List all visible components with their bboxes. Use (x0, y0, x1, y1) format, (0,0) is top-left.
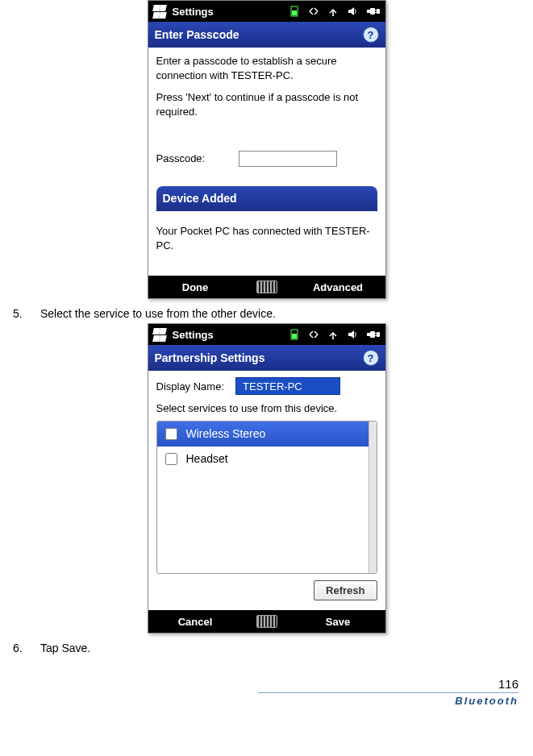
notification-text: Your Pocket PC has connected with TESTER… (156, 225, 370, 251)
status-icons (289, 329, 381, 340)
svg-rect-2 (332, 15, 334, 16)
scrollbar[interactable] (369, 422, 377, 573)
softkey-bar: Cancel Save (148, 610, 385, 633)
keyboard-icon (256, 615, 277, 628)
step-number: 6. (13, 642, 40, 654)
services-subtitle: Select services to use from this device. (156, 401, 377, 416)
status-title: Settings (173, 6, 214, 18)
footer-divider (258, 692, 518, 693)
step-5: 5. Select the service to use from the ot… (13, 307, 533, 320)
title-bar: Enter Passcode ? (148, 22, 385, 48)
sync-icon (308, 6, 319, 17)
display-name-label: Display Name: (156, 380, 225, 394)
notification-title: Device Added (163, 192, 237, 205)
svg-rect-5 (375, 10, 377, 10)
title-text: Partnership Settings (155, 351, 265, 364)
plug-icon (366, 6, 381, 17)
signal-icon (327, 329, 339, 340)
battery-icon (289, 329, 300, 340)
step-text: Tap Save. (40, 642, 533, 654)
service-item-headset[interactable]: Headset (157, 447, 369, 471)
service-checkbox[interactable] (165, 453, 177, 465)
softkey-done[interactable]: Done (148, 281, 243, 293)
service-checkbox[interactable] (165, 428, 177, 440)
softkey-cancel[interactable]: Cancel (148, 616, 243, 628)
svg-rect-1 (292, 10, 297, 15)
keyboard-button[interactable] (243, 615, 291, 628)
page-number: 116 (0, 677, 518, 691)
svg-rect-3 (367, 10, 370, 13)
status-bar: Settings (148, 324, 385, 345)
notification-title-bar: Device Added (156, 186, 377, 211)
svg-rect-15 (377, 332, 380, 337)
step-text: Select the service to use from the other… (40, 307, 533, 320)
display-name-row: Display Name: (156, 377, 377, 395)
body-text-2: Press 'Next' to continue if a passcode i… (156, 90, 377, 118)
services-list: Wireless Stereo Headset (156, 421, 377, 574)
svg-rect-6 (375, 12, 377, 13)
svg-rect-9 (292, 334, 297, 339)
body-text-1: Enter a passcode to establish a secure c… (156, 54, 377, 82)
step-number: 5. (13, 307, 40, 320)
passcode-input[interactable] (239, 151, 337, 167)
service-label: Headset (186, 451, 228, 467)
softkey-bar: Done Advanced (148, 276, 385, 298)
sync-icon (308, 329, 319, 340)
svg-rect-10 (332, 339, 334, 339)
svg-rect-7 (377, 9, 380, 14)
footer-section-title: Bluetooth (0, 695, 518, 707)
screenshot-partnership-settings: Settings Partnership Settings ? Display … (148, 323, 386, 633)
start-icon[interactable] (153, 328, 166, 341)
passcode-row: Passcode: (156, 151, 377, 167)
status-bar: Settings (148, 1, 385, 22)
softkey-advanced[interactable]: Advanced (291, 281, 385, 293)
passcode-label: Passcode: (156, 152, 239, 166)
dialog-body: Enter a passcode to establish a secure c… (148, 48, 385, 218)
service-label: Wireless Stereo (186, 426, 266, 442)
svg-rect-11 (367, 333, 370, 336)
svg-rect-12 (370, 331, 375, 338)
help-button[interactable]: ? (363, 350, 379, 366)
refresh-button[interactable]: Refresh (314, 580, 377, 600)
svg-rect-14 (375, 335, 377, 336)
status-title: Settings (173, 329, 214, 341)
refresh-row: Refresh (156, 580, 377, 600)
display-name-input[interactable] (235, 377, 340, 395)
notification-body: Your Pocket PC has connected with TESTER… (148, 218, 385, 276)
battery-icon (289, 6, 300, 17)
signal-icon (327, 6, 339, 17)
keyboard-button[interactable] (243, 280, 291, 293)
volume-icon (347, 329, 358, 340)
dialog-body: Display Name: Select services to use fro… (148, 371, 385, 610)
volume-icon (347, 6, 358, 17)
keyboard-icon (256, 280, 277, 293)
title-bar: Partnership Settings ? (148, 345, 385, 371)
help-button[interactable]: ? (363, 27, 379, 43)
title-text: Enter Passcode (155, 28, 239, 41)
service-item-wireless-stereo[interactable]: Wireless Stereo (157, 422, 369, 447)
svg-rect-4 (370, 8, 375, 15)
start-icon[interactable] (153, 5, 166, 18)
step-6: 6. Tap Save. (13, 642, 533, 654)
softkey-save[interactable]: Save (291, 616, 385, 628)
screenshot-enter-passcode: Settings Enter Passcode ? Enter a passco… (148, 0, 386, 299)
plug-icon (366, 329, 381, 340)
svg-rect-13 (375, 333, 377, 334)
document-page: Settings Enter Passcode ? Enter a passco… (0, 0, 533, 723)
status-icons (289, 6, 381, 17)
